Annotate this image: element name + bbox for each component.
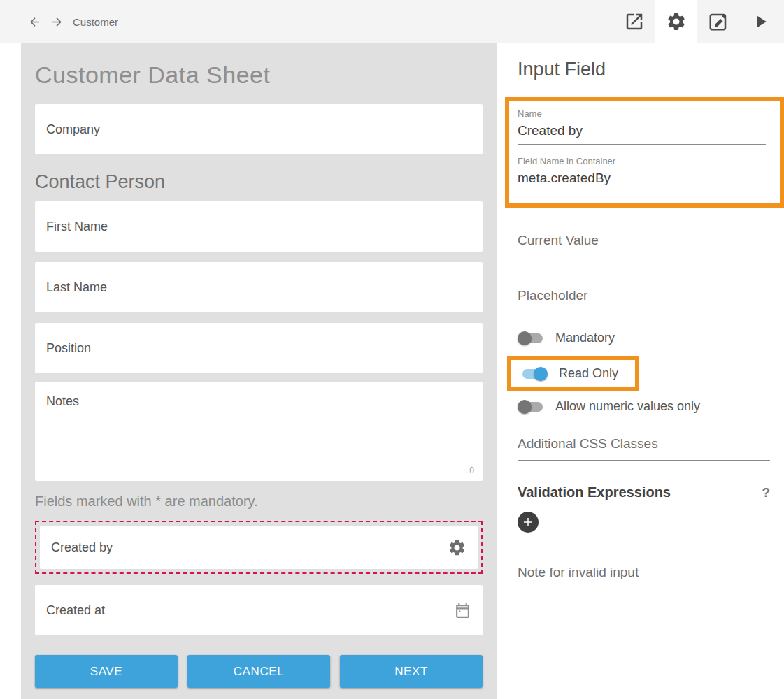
- prop-field-name: Field Name in Container meta.createdBy: [518, 156, 766, 192]
- edit-icon[interactable]: [697, 0, 739, 43]
- form-preview-panel: Customer Data Sheet Company Contact Pers…: [21, 43, 497, 699]
- field-created-at[interactable]: Created at: [35, 585, 483, 635]
- validation-expressions-section: Validation Expressions ?: [518, 484, 770, 500]
- help-icon[interactable]: ?: [762, 485, 770, 500]
- calendar-icon[interactable]: [454, 602, 471, 619]
- validation-expressions-heading: Validation Expressions: [518, 484, 671, 500]
- prop-field-name-input[interactable]: meta.createdBy: [518, 171, 766, 192]
- field-company[interactable]: Company: [35, 104, 483, 154]
- read-only-switch[interactable]: [521, 367, 548, 381]
- field-position[interactable]: Position: [35, 323, 483, 373]
- topbar-tabs: [613, 0, 781, 43]
- properties-panel-title: Input Field: [518, 59, 770, 80]
- placeholder-input[interactable]: Placeholder: [518, 288, 770, 312]
- prop-invalid-note: Note for invalid input: [518, 565, 770, 589]
- toggle-mandatory[interactable]: Mandatory: [518, 331, 770, 345]
- name-fields-annotation: Name Created by Field Name in Container …: [505, 97, 784, 208]
- forward-arrow-icon[interactable]: [49, 14, 64, 29]
- css-classes-input[interactable]: Additional CSS Classes: [518, 436, 770, 461]
- back-arrow-icon[interactable]: [27, 14, 42, 29]
- breadcrumb: Customer: [73, 16, 118, 28]
- prop-css-classes: Additional CSS Classes: [518, 436, 770, 461]
- invalid-note-input[interactable]: Note for invalid input: [518, 565, 770, 589]
- field-label: Last Name: [46, 280, 107, 295]
- mandatory-switch[interactable]: [518, 331, 544, 345]
- nav-arrows: [27, 14, 64, 29]
- prop-placeholder: Placeholder: [518, 288, 770, 312]
- toggle-group: Mandatory Read Only Allow numeric values…: [518, 331, 770, 414]
- properties-panel: Input Field Name Created by Field Name i…: [505, 43, 784, 699]
- field-settings-gear-icon[interactable]: [448, 538, 466, 557]
- next-button[interactable]: NEXT: [340, 655, 483, 688]
- field-last-name[interactable]: Last Name: [35, 262, 483, 312]
- field-notes[interactable]: Notes 0: [35, 382, 483, 481]
- field-label: First Name: [46, 219, 108, 234]
- save-button[interactable]: SAVE: [35, 655, 178, 688]
- field-label: Company: [46, 122, 100, 137]
- launch-icon[interactable]: [613, 0, 655, 43]
- field-label: Created at: [46, 603, 105, 618]
- prop-name-label: Name: [518, 108, 766, 119]
- toggle-read-only[interactable]: Read Only: [521, 366, 618, 381]
- current-value-input[interactable]: Current Value: [518, 233, 770, 257]
- mandatory-note: Fields marked with * are mandatory.: [35, 493, 483, 510]
- prop-name: Name Created by: [518, 108, 766, 145]
- form-button-row: SAVE CANCEL NEXT: [35, 655, 483, 688]
- character-counter: 0: [469, 466, 474, 475]
- settings-tab-icon[interactable]: [655, 0, 697, 43]
- read-only-annotation: Read Only: [507, 356, 639, 391]
- field-created-by[interactable]: Created by: [40, 526, 478, 569]
- toggle-label: Mandatory: [555, 331, 615, 345]
- toggle-label: Read Only: [559, 366, 618, 381]
- field-label: Created by: [51, 540, 113, 555]
- prop-current-value: Current Value: [518, 233, 770, 257]
- field-first-name[interactable]: First Name: [35, 201, 483, 252]
- section-heading-contact-person: Contact Person: [35, 171, 483, 193]
- prop-name-input[interactable]: Created by: [518, 123, 766, 145]
- field-label: Notes: [46, 394, 476, 409]
- top-bar: Customer: [0, 0, 784, 43]
- form-title: Customer Data Sheet: [35, 62, 483, 89]
- cancel-button[interactable]: CANCEL: [187, 655, 330, 688]
- field-label: Position: [46, 341, 91, 356]
- toggle-numeric-only[interactable]: Allow numeric values only: [518, 399, 770, 414]
- selected-field-outline[interactable]: Created by: [35, 521, 483, 574]
- numeric-only-switch[interactable]: [518, 400, 544, 414]
- prop-field-name-label: Field Name in Container: [518, 156, 766, 166]
- run-icon[interactable]: [739, 0, 781, 43]
- add-validation-button[interactable]: [518, 512, 539, 533]
- toggle-label: Allow numeric values only: [555, 399, 700, 414]
